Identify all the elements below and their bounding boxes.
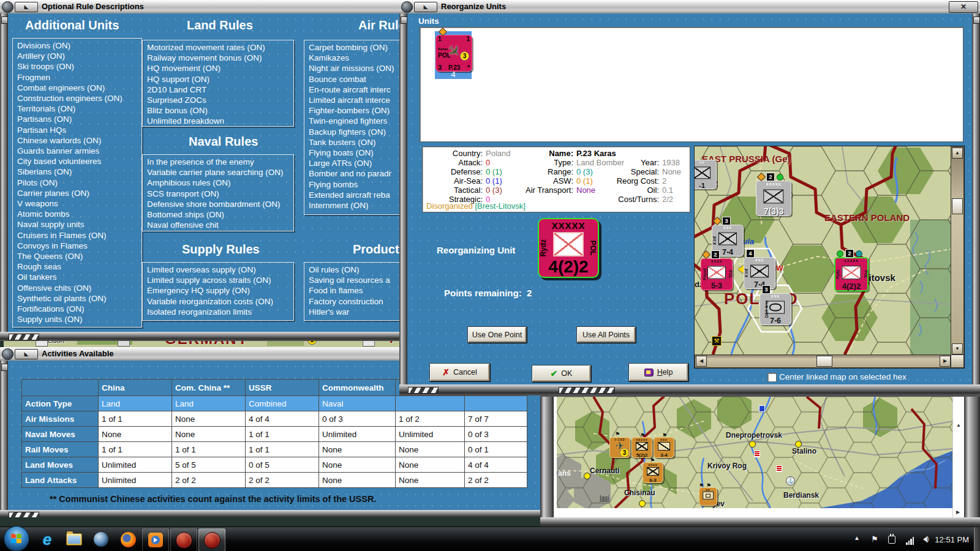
close-window-icon[interactable]: ✕ xyxy=(949,1,978,13)
rule-item[interactable]: Food in flames xyxy=(309,285,402,296)
rule-item[interactable]: Oil tankers xyxy=(17,272,137,282)
map-scroll-strip[interactable]: ▲ ▶ xyxy=(952,397,964,517)
rule-item[interactable]: Internment (ON) xyxy=(309,200,402,211)
rule-item[interactable]: Saving oil resources a xyxy=(309,275,402,285)
rule-item[interactable]: Night air missions (ON) xyxy=(309,63,402,73)
rule-item[interactable]: Surprised ZOCs xyxy=(147,95,289,105)
ok-button[interactable]: ✔OK xyxy=(532,365,591,382)
unit-counter[interactable]: xxxxx7(3)3 xyxy=(756,181,791,216)
rule-item[interactable]: Fortifications (ON) xyxy=(17,304,137,314)
rule-item[interactable]: Convoys in Flames xyxy=(17,241,137,251)
tray-volume-icon[interactable] xyxy=(920,536,927,542)
rule-item[interactable]: Rough seas xyxy=(17,261,137,272)
rule-item[interactable]: Guards banner armies xyxy=(17,146,137,156)
rule-item[interactable]: Chinese warlords (ON) xyxy=(17,135,137,146)
cancel-button[interactable]: ✗Cancel xyxy=(429,363,490,381)
reorganize-map[interactable]: EAST PRUSSIA (Ge) OR EASTERN POLAND Vist… xyxy=(695,146,951,354)
rule-item[interactable]: Limited aircraft interce xyxy=(309,95,402,105)
tray-show-hidden-icon[interactable]: ▲ xyxy=(854,534,860,541)
rule-item[interactable]: Artillery (ON) xyxy=(17,51,137,61)
rule-item[interactable]: Partisan HQs xyxy=(17,125,137,135)
rule-item[interactable]: Offensive chits (ON) xyxy=(17,283,137,293)
unit-counter[interactable]: xx xyxy=(699,487,717,506)
rule-item[interactable]: Amphibious rules (ON) xyxy=(147,178,289,188)
rule-item[interactable]: SCS transport (ON) xyxy=(147,189,289,199)
tray-power-icon[interactable] xyxy=(888,536,895,544)
rule-item[interactable]: Ski troops (ON) xyxy=(17,61,137,72)
unit-counter[interactable]: xx-1 xyxy=(695,160,717,189)
tray-network-icon[interactable] xyxy=(906,537,914,545)
center-map-checkbox[interactable] xyxy=(767,373,777,382)
rule-item[interactable]: Motorized movement rates (ON) xyxy=(147,42,289,53)
rule-item[interactable]: Emergency HQ supply (ON) xyxy=(147,285,289,296)
show-desktop-button[interactable] xyxy=(974,527,980,551)
help-button[interactable]: Help xyxy=(628,363,688,381)
rule-item[interactable]: Carpet bombing (ON) xyxy=(309,42,402,53)
reorganizing-unit-counter[interactable]: XXXXX Rydz POL 4(2)2 xyxy=(538,218,599,278)
rule-item[interactable]: Oil rules (ON) xyxy=(309,264,402,275)
taskbar-app-globe-icon[interactable] xyxy=(88,528,114,550)
rule-item[interactable]: Bottomed ships (ON) xyxy=(147,209,289,220)
rule-item[interactable]: Atomic bombs xyxy=(17,209,137,219)
units-listbox[interactable]: 1 1 ✈ Karas POL 3 3 P.23 * 4 xyxy=(420,27,963,142)
unit-counter[interactable]: xxxx6-3 xyxy=(643,462,663,483)
unit-counter[interactable]: xxxxx5(2)2 xyxy=(631,437,652,458)
rule-item[interactable]: Unlimited breakdown xyxy=(147,116,289,126)
rule-item[interactable]: The Queens (ON) xyxy=(17,251,137,261)
rule-item[interactable]: Variable carrier plane searching (ON) xyxy=(147,167,289,178)
map-hscrollbar[interactable]: ◀ ▶ xyxy=(695,354,952,368)
rule-item[interactable]: Partisans (ON) xyxy=(17,114,137,124)
taskbar-explorer-icon[interactable] xyxy=(61,528,87,550)
center-map-checkbox-label[interactable]: Center linked map on selected hex xyxy=(779,372,907,381)
rule-item[interactable]: Supply units (ON) xyxy=(17,314,137,324)
rule-item[interactable]: Factory construction xyxy=(309,296,402,307)
rule-item[interactable]: HQ support (ON) xyxy=(147,74,289,84)
rule-item[interactable]: Limited overseas supply (ON) xyxy=(147,264,289,275)
unit-counter-p23[interactable]: 1 1 ✈ Karas POL 3 3 P.23 * xyxy=(435,35,472,72)
rule-item[interactable]: Fighter-bombers (ON) xyxy=(309,105,402,116)
rule-item[interactable]: Siberians (ON) xyxy=(17,167,137,177)
rule-item[interactable]: Combat engineers (ON) xyxy=(17,83,137,93)
rule-item[interactable]: Tank busters (ON) xyxy=(309,137,402,148)
window-menu-button[interactable]: ◣ xyxy=(15,349,38,359)
start-button[interactable] xyxy=(4,526,29,551)
taskbar-mediaplayer-icon[interactable] xyxy=(142,528,169,551)
rule-item[interactable]: Flying bombs xyxy=(309,179,402,190)
rule-item[interactable]: 2D10 Land CRT xyxy=(147,84,289,95)
rule-item[interactable]: Synthetic oil plants (ON) xyxy=(17,293,137,304)
unit-selection-highlight[interactable]: 1 1 ✈ Karas POL 3 3 P.23 * 4 xyxy=(435,31,472,79)
rule-item[interactable]: V weapons xyxy=(17,198,137,209)
linked-map[interactable]: I-153✈3xxxxx5(2)2xxx3-4xxxx6-3xxansCerna… xyxy=(557,397,953,508)
rule-item[interactable]: Large ATRs (ON) xyxy=(309,158,402,168)
rule-item[interactable]: En-route aircraft interc xyxy=(309,84,402,95)
rule-item[interactable]: Carrier planes (ON) xyxy=(17,188,137,198)
taskbar-game-icon-2[interactable] xyxy=(198,528,225,551)
rule-item[interactable]: Backup fighters (ON) xyxy=(309,127,402,137)
rule-item[interactable]: Defensive shore bombardment (ON) xyxy=(147,199,289,209)
unit-counter[interactable]: xxxx5-3PilsudPOL xyxy=(701,258,733,290)
window-knob-icon[interactable] xyxy=(401,1,413,13)
unit-counter[interactable]: xxxxx4(2)2RydzPOL xyxy=(834,257,869,291)
rule-item[interactable]: Flying boats (ON) xyxy=(309,148,402,158)
rule-item[interactable]: Pilots (ON) xyxy=(17,178,137,188)
rule-item[interactable]: Naval offensive chit xyxy=(147,220,289,230)
rule-item[interactable]: Twin-engined fighters xyxy=(309,116,402,126)
reorganize-titlebar[interactable]: ◣ Reorganize Units ✕ xyxy=(399,0,980,15)
tray-action-center-icon[interactable]: ⚑ xyxy=(871,534,878,544)
rule-item[interactable]: City based volunteeres xyxy=(17,156,137,167)
rule-item[interactable]: Blitz bonus (ON) xyxy=(147,105,289,116)
taskbar-clock[interactable]: 12:51 PM xyxy=(935,535,969,544)
map-vscrollbar[interactable]: ▲ ▼ xyxy=(951,146,964,356)
rule-item[interactable]: In the presence of the enemy xyxy=(147,157,289,167)
rule-item[interactable]: Extended aircraft reba xyxy=(309,190,402,200)
taskbar-game-icon-1[interactable] xyxy=(170,528,197,551)
window-knob-icon[interactable] xyxy=(2,1,13,13)
rule-item[interactable]: Kamikazes xyxy=(309,53,402,63)
rule-item[interactable]: Railway movement bonus (ON) xyxy=(147,53,289,63)
rule-item[interactable]: Bomber and no paradr xyxy=(309,168,402,179)
window-knob-icon[interactable] xyxy=(2,348,13,360)
rule-item[interactable]: Bounce combat xyxy=(309,74,402,84)
optional-rules-titlebar[interactable]: ◣ Optional Rule Descriptions xyxy=(0,0,410,15)
rule-item[interactable]: Variable reorganization costs (ON) xyxy=(147,296,289,307)
rule-item[interactable]: Limited supply across straits (ON) xyxy=(147,275,289,285)
